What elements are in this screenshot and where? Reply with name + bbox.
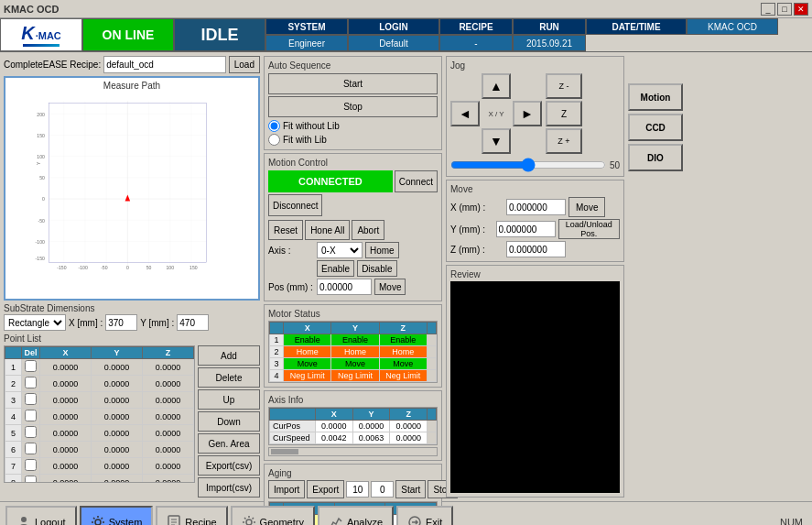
move-button[interactable]: Move: [568, 197, 605, 217]
recipe-label: CompleteEASE Recipe:: [4, 60, 101, 70]
move-title: Move: [450, 184, 620, 194]
pos-input[interactable]: [317, 279, 372, 295]
maximize-btn[interactable]: □: [777, 3, 792, 16]
move-z-input[interactable]: [506, 241, 566, 257]
move-x-input[interactable]: [506, 199, 566, 215]
aging-export-btn[interactable]: Export: [307, 480, 344, 498]
svg-text:100: 100: [37, 154, 45, 159]
aging-start-btn[interactable]: Start: [395, 480, 426, 498]
motion-mode-button[interactable]: Motion: [628, 83, 683, 111]
add-button[interactable]: Add: [198, 345, 260, 366]
exit-icon: [407, 515, 422, 525]
abort-button[interactable]: Abort: [352, 220, 384, 240]
up-button[interactable]: Up: [198, 389, 260, 410]
point-list: Point List Del X Y Z: [4, 334, 260, 498]
fit-without-lib-label: Fit without Lib: [283, 121, 340, 131]
gen-area-button[interactable]: Gen. Area: [198, 433, 260, 454]
home-button[interactable]: Home: [365, 242, 399, 258]
move-small-button[interactable]: Move: [374, 279, 406, 295]
move-area: Move X (mm) : Move Y (mm) : Load/Unload …: [446, 180, 624, 262]
jog-zplus-button[interactable]: Z +: [546, 128, 582, 154]
review-title: Review: [450, 269, 620, 279]
point-buttons: Add Delete Up Down Gen. Area Export(csv)…: [198, 345, 260, 498]
jog-up-button[interactable]: ▲: [482, 73, 511, 99]
svg-text:0: 0: [42, 196, 45, 202]
substrate-x-input[interactable]: [105, 314, 137, 331]
disconnect-button[interactable]: Disconnect: [268, 194, 322, 216]
enable-button[interactable]: Enable: [317, 260, 354, 277]
recipe-input[interactable]: [103, 56, 226, 73]
svg-point-40: [409, 517, 420, 525]
svg-text:-150: -150: [57, 265, 66, 270]
system-header: SYSTEM: [265, 18, 348, 35]
svg-text:150: 150: [37, 133, 45, 138]
point-row-7: 7 0.0000 0.0000 0.0000: [5, 458, 194, 475]
num-status: NUM: [780, 517, 803, 525]
dio-mode-button[interactable]: DIO: [628, 144, 683, 171]
disable-button[interactable]: Disable: [357, 260, 396, 277]
export-csv-button[interactable]: Export(csv): [198, 455, 260, 476]
aging-num2[interactable]: [371, 481, 394, 498]
import-csv-button[interactable]: Import(csv): [198, 477, 260, 498]
move-z-label: Z (mm) :: [450, 245, 503, 255]
analyze-label: Analyze: [347, 517, 383, 525]
close-btn[interactable]: ✕: [794, 3, 808, 16]
login-user: Engineer: [265, 35, 348, 51]
point-row-2: 2 0.0000 0.0000 0.0000: [5, 376, 194, 392]
axis-info: Axis Info X Y Z CurPos: [264, 390, 442, 461]
stop-button[interactable]: Stop: [268, 96, 438, 117]
svg-text:0: 0: [126, 265, 129, 270]
geometry-button[interactable]: Geometry: [231, 506, 315, 525]
motor-row-1: 1 Enable Enable Enable: [270, 334, 437, 346]
analyze-button[interactable]: Analyze: [318, 506, 394, 525]
jog-empty-br: [513, 128, 542, 154]
exit-button[interactable]: Exit: [396, 506, 453, 525]
run-value: -: [439, 35, 513, 51]
aging-import-btn[interactable]: Import: [268, 480, 305, 498]
start-button[interactable]: Start: [268, 73, 438, 94]
system-button[interactable]: System: [80, 506, 154, 525]
jog-zminus-button[interactable]: Z -: [546, 73, 582, 99]
substrate-shape-select[interactable]: Rectangle: [4, 314, 66, 331]
axis-select[interactable]: 0-X: [317, 242, 363, 258]
connect-button[interactable]: Connect: [395, 170, 438, 192]
axis-label: Axis :: [268, 246, 314, 256]
chart-area: Measure Path 2: [4, 76, 260, 301]
jog-z-button[interactable]: Z: [546, 101, 582, 126]
jog-xy-center: X / Y: [482, 101, 511, 126]
logout-button[interactable]: Logout: [5, 506, 77, 525]
jog-right-button[interactable]: ►: [513, 101, 542, 126]
exit-label: Exit: [426, 517, 442, 525]
svg-text:50: 50: [39, 175, 45, 180]
delete-button[interactable]: Delete: [198, 367, 260, 388]
load-button[interactable]: Load: [229, 56, 260, 73]
point-row-8: 8 0.0000 0.0000 0.0000: [5, 475, 194, 484]
jog-left-button[interactable]: ◄: [450, 101, 480, 126]
svg-text:-100: -100: [79, 265, 88, 270]
logout-label: Logout: [35, 517, 66, 525]
svg-point-34: [95, 520, 101, 525]
home-all-button[interactable]: Hone All: [305, 220, 350, 240]
fit-with-lib-radio[interactable]: [268, 134, 280, 146]
minimize-btn[interactable]: _: [761, 3, 775, 16]
substrate-y-label: Y [mm] :: [140, 318, 174, 328]
recipe-button[interactable]: Recipe: [156, 506, 227, 525]
point-row-4: 4 0.0000 0.0000 0.0000: [5, 409, 194, 425]
substrate-dims: SubStrate Dimensions Rectangle X [mm] : …: [4, 303, 260, 331]
aging-num1[interactable]: [346, 481, 369, 498]
motion-control: Motion Control CONNECTED Connect Disconn…: [264, 153, 442, 301]
load-unload-button[interactable]: Load/Unload Pos.: [558, 219, 620, 239]
down-button[interactable]: Down: [198, 411, 260, 432]
geometry-label: Geometry: [260, 517, 304, 525]
ccd-mode-button[interactable]: CCD: [628, 114, 683, 141]
col-y: Y: [92, 347, 143, 359]
reset-button[interactable]: Reset: [268, 220, 303, 240]
move-y-input[interactable]: [496, 221, 556, 237]
jog-slider[interactable]: [450, 158, 606, 172]
jog-down-button[interactable]: ▼: [482, 128, 511, 154]
point-row-1: 1 0.0000 0.0000 0.0000: [5, 359, 194, 376]
substrate-y-input[interactable]: [177, 314, 209, 331]
fit-without-lib-radio[interactable]: [268, 120, 280, 132]
jog-empty-tr: [513, 73, 542, 99]
connected-status-btn[interactable]: CONNECTED: [268, 170, 393, 192]
